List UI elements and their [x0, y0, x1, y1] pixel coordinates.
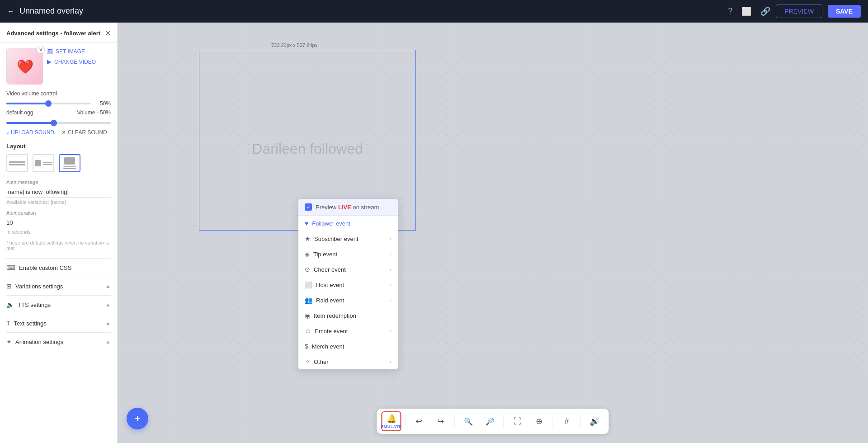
main-content: Advanced settings - follower alert ✕ ❤️ …	[0, 23, 868, 443]
toolbar-divider-1	[405, 415, 406, 428]
merch-event-label: Merch event	[312, 343, 344, 350]
accordion-animation-label-row: ✦ Animation settings	[6, 338, 63, 345]
help-icon[interactable]: ?	[728, 6, 732, 16]
video-volume-row: 50%	[6, 100, 111, 107]
thumbnail-emoji: ❤️	[17, 59, 33, 75]
layout-option-3[interactable]	[59, 154, 80, 172]
accordion-text: T Text settings ▲	[6, 314, 111, 332]
subscriber-icon: ★	[305, 235, 311, 242]
item-redemption-icon: ◉	[305, 312, 310, 319]
accordion-label-row: ⌨ Enable custom CSS	[6, 264, 71, 271]
panel-close-button[interactable]: ✕	[105, 29, 111, 38]
toolbar-divider-5	[580, 415, 581, 428]
accordion-text-label: Text settings	[14, 320, 47, 327]
accordion-tts-label: TTS settings	[18, 302, 51, 308]
preview-checkbox[interactable]: ✓	[305, 203, 312, 211]
accordion-tts-header[interactable]: 🔈 TTS settings ▲	[6, 301, 111, 308]
image-icon: 🖼	[47, 48, 53, 55]
top-nav: ← Unnamed overlay ? ⬜ 🔗 PREVIEW SAVE	[0, 0, 868, 23]
emote-event-label: Emote event	[315, 328, 348, 335]
event-dropdown: ✓ Preview LIVE on stream ♥ Follower even…	[298, 199, 398, 369]
dropdown-item-merch-left: $ Merch event	[305, 343, 344, 350]
alert-message-input[interactable]	[6, 187, 111, 198]
accordion-variations-header[interactable]: ⊞ Variations settings ▲	[6, 283, 111, 290]
host-icon: ⬜	[305, 281, 312, 288]
zoom-in-button[interactable]: 🔎	[480, 411, 500, 431]
clear-sound-button[interactable]: ✕ CLEAR SOUND	[61, 129, 107, 136]
preview-header-text: Preview LIVE on stream	[316, 204, 379, 211]
add-icon: +	[134, 412, 141, 425]
center-icon: ⊕	[536, 416, 542, 426]
dropdown-item-item-redemption[interactable]: ◉ Item redemption	[298, 308, 398, 323]
upload-icon: ♪	[6, 129, 9, 136]
emulate-label: EMULATE	[381, 424, 401, 429]
dropdown-item-subscriber-left: ★ Subscriber event	[305, 235, 359, 242]
emulate-button[interactable]: 🔔 EMULATE	[382, 411, 401, 431]
toolbar-divider-2	[454, 415, 455, 428]
grid-button[interactable]: #	[557, 411, 577, 431]
add-fab-button[interactable]: +	[127, 408, 148, 429]
thumbnail-preview: ❤️	[7, 48, 43, 85]
dropdown-item-tip[interactable]: ◈ Tip event ›	[298, 246, 398, 262]
preview-button[interactable]: PREVIEW	[776, 5, 822, 18]
set-image-button[interactable]: 🖼 SET IMAGE	[47, 48, 96, 55]
image-actions: 🖼 SET IMAGE ▶ CHANGE VIDEO	[47, 48, 96, 65]
grid-icon: #	[564, 417, 569, 426]
merch-icon: $	[305, 343, 308, 350]
zoom-out-button[interactable]: 🔍	[458, 411, 478, 431]
accordion-text-arrow: ▲	[105, 320, 111, 326]
cheer-chevron: ›	[390, 267, 392, 272]
back-button[interactable]: ←	[7, 7, 14, 15]
expand-button[interactable]: ⛶	[508, 411, 528, 431]
dropdown-item-other[interactable]: ⁘ Other ›	[298, 354, 398, 369]
sound-volume-slider[interactable]	[6, 122, 111, 124]
dropdown-item-emote[interactable]: ☺ Emote event ›	[298, 323, 398, 339]
dropdown-item-follower[interactable]: ♥ Follower event	[298, 216, 398, 231]
tip-event-label: Tip event	[313, 251, 337, 258]
animation-icon: ✦	[6, 338, 12, 345]
cheer-icon: ⊙	[305, 266, 310, 273]
bell-icon: 🔔	[387, 414, 396, 424]
dropdown-item-cheer[interactable]: ⊙ Cheer event ›	[298, 262, 398, 277]
upload-sound-button[interactable]: ♪ UPLOAD SOUND	[6, 129, 54, 136]
accordion-enable-css-header[interactable]: ⌨ Enable custom CSS	[6, 264, 111, 271]
undo-icon: ↩	[415, 416, 422, 426]
undo-button[interactable]: ↩	[409, 411, 429, 431]
dropdown-item-follower-left: ♥ Follower event	[305, 220, 350, 227]
remove-image-button[interactable]: ✕	[37, 46, 45, 54]
image-section: ❤️ ✕ 🖼 SET IMAGE ▶ CHANGE VIDEO	[6, 48, 111, 84]
video-volume-slider[interactable]	[6, 103, 90, 104]
sound-button[interactable]: 🔊	[585, 411, 604, 431]
layout-option-2[interactable]	[33, 154, 54, 172]
accordion-enable-css-label: Enable custom CSS	[19, 264, 71, 271]
default-note: These are default settings when no varia…	[6, 240, 111, 251]
center-button[interactable]: ⊕	[529, 411, 549, 431]
redo-button[interactable]: ↪	[431, 411, 451, 431]
accordion-animation: ✦ Animation settings ▲	[6, 332, 111, 351]
accordion-tts-arrow: ▲	[105, 302, 111, 308]
accordion-text-header[interactable]: T Text settings ▲	[6, 320, 111, 327]
save-button[interactable]: SAVE	[828, 5, 861, 18]
accordion-animation-label: Animation settings	[15, 339, 63, 345]
dropdown-item-merch[interactable]: $ Merch event	[298, 339, 398, 354]
dropdown-item-host[interactable]: ⬜ Host event ›	[298, 277, 398, 292]
dropdown-item-subscriber[interactable]: ★ Subscriber event ›	[298, 231, 398, 246]
variables-hint: Available variables: {name}	[6, 199, 111, 205]
host-event-label: Host event	[316, 282, 344, 288]
accordion-animation-header[interactable]: ✦ Animation settings ▲	[6, 338, 111, 345]
image-thumbnail: ❤️ ✕	[6, 48, 42, 84]
alert-duration-input[interactable]	[6, 217, 111, 228]
subscriber-chevron: ›	[390, 236, 392, 241]
panel-body: ❤️ ✕ 🖼 SET IMAGE ▶ CHANGE VIDEO Video	[0, 42, 117, 356]
cheer-event-label: Cheer event	[314, 266, 346, 273]
sound-file-row: default.ogg Volume - 50%	[6, 109, 111, 116]
accordion-variations-label: Variations settings	[15, 283, 63, 290]
layout-option-1[interactable]	[6, 154, 28, 172]
monitor-icon[interactable]: ⬜	[741, 6, 751, 16]
tts-icon: 🔈	[6, 301, 14, 308]
dropdown-item-raid[interactable]: 👥 Raid event ›	[298, 292, 398, 308]
check-icon: ✓	[307, 204, 311, 210]
link-icon[interactable]: 🔗	[760, 6, 770, 16]
change-video-button[interactable]: ▶ CHANGE VIDEO	[47, 58, 96, 65]
follower-icon: ♥	[305, 220, 308, 227]
